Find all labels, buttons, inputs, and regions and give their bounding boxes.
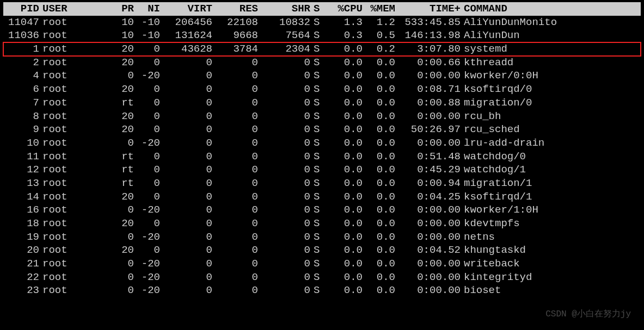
cell-s: S bbox=[310, 190, 323, 204]
cell-pr: 20 bbox=[75, 244, 134, 257]
cell-pid: 11036 bbox=[3, 29, 39, 42]
cell-user: root bbox=[39, 177, 75, 190]
cell-ni: 0 bbox=[134, 217, 160, 231]
cell-pid: 13 bbox=[3, 177, 39, 190]
cell-pr: 20 bbox=[75, 83, 134, 96]
cell-virt: 0 bbox=[160, 136, 212, 150]
process-row[interactable]: 11rootrt0000S0.00.00:51.48watchdog/0 bbox=[3, 150, 641, 164]
process-row[interactable]: 16root0-20000S0.00.00:00.00kworker/1:0H bbox=[3, 203, 641, 217]
header-res[interactable]: RES bbox=[212, 2, 258, 16]
header-user[interactable]: USER bbox=[39, 2, 75, 16]
cell-s: S bbox=[310, 136, 323, 150]
cell-cmd: migration/1 bbox=[461, 177, 641, 190]
process-row[interactable]: 21root0-20000S0.00.00:00.00writeback bbox=[3, 257, 641, 271]
cell-cpu: 0.0 bbox=[323, 96, 363, 110]
cell-s: S bbox=[310, 96, 323, 110]
process-row[interactable]: 8root200000S0.00.00:00.00rcu_bh bbox=[3, 110, 641, 123]
process-row[interactable]: 14root200000S0.00.00:04.25ksoftirqd/1 bbox=[3, 190, 641, 204]
cell-user: root bbox=[39, 190, 75, 204]
cell-res: 0 bbox=[212, 284, 258, 297]
cell-ni: 0 bbox=[134, 190, 160, 204]
cell-virt: 0 bbox=[160, 110, 212, 123]
process-row[interactable]: 11036root10-1013162496687564S0.30.5146:1… bbox=[3, 29, 641, 42]
cell-time: 0:04.25 bbox=[395, 190, 461, 204]
process-row[interactable]: 11047root10-102064562210810832S1.31.2533… bbox=[3, 16, 641, 29]
process-row[interactable]: 4root0-20000S0.00.00:00.00kworker/0:0H bbox=[3, 69, 641, 83]
process-row[interactable]: 1root2004362837842304S0.00.23:07.80syste… bbox=[3, 42, 641, 56]
cell-time: 0:00.00 bbox=[395, 203, 461, 217]
process-row[interactable]: 6root200000S0.00.00:08.71ksoftirqd/0 bbox=[3, 83, 641, 96]
header-cmd[interactable]: COMMAND bbox=[461, 2, 641, 16]
cell-cpu: 0.0 bbox=[323, 177, 363, 190]
process-row[interactable]: 19root0-20000S0.00.00:00.00netns bbox=[3, 231, 641, 244]
header-pr[interactable]: PR bbox=[75, 2, 134, 16]
cell-cpu: 0.0 bbox=[323, 217, 363, 231]
cell-ni: -10 bbox=[134, 16, 160, 29]
cell-mem: 0.0 bbox=[363, 271, 395, 284]
header-pid[interactable]: PID bbox=[3, 2, 39, 16]
cell-time: 0:00.00 bbox=[395, 284, 461, 297]
process-row[interactable]: 22root0-20000S0.00.00:00.00kintegrityd bbox=[3, 271, 641, 284]
header-ni[interactable]: NI bbox=[134, 2, 160, 16]
cell-pr: rt bbox=[75, 177, 134, 190]
process-row[interactable]: 18root200000S0.00.00:00.00kdevtmpfs bbox=[3, 217, 641, 231]
cell-res: 0 bbox=[212, 190, 258, 204]
cell-pid: 12 bbox=[3, 163, 39, 177]
cell-shr: 0 bbox=[258, 271, 310, 284]
cell-virt: 0 bbox=[160, 83, 212, 96]
cell-s: S bbox=[310, 257, 323, 271]
cell-cpu: 1.3 bbox=[323, 16, 363, 29]
header-virt[interactable]: VIRT bbox=[160, 2, 212, 16]
header-mem[interactable]: %MEM bbox=[363, 2, 395, 16]
cell-res: 0 bbox=[212, 244, 258, 257]
cell-cmd: rcu_bh bbox=[461, 110, 641, 123]
cell-pid: 9 bbox=[3, 123, 39, 136]
cell-cpu: 0.0 bbox=[323, 284, 363, 297]
cell-shr: 0 bbox=[258, 284, 310, 297]
cell-shr: 0 bbox=[258, 163, 310, 177]
process-row[interactable]: 12rootrt0000S0.00.00:45.29watchdog/1 bbox=[3, 163, 641, 177]
cell-cpu: 0.0 bbox=[323, 257, 363, 271]
process-row[interactable]: 9root200000S0.00.050:26.97rcu_sched bbox=[3, 123, 641, 136]
cell-virt: 0 bbox=[160, 244, 212, 257]
process-row[interactable]: 7rootrt0000S0.00.00:00.88migration/0 bbox=[3, 96, 641, 110]
cell-time: 0:00.00 bbox=[395, 257, 461, 271]
cell-user: root bbox=[39, 217, 75, 231]
cell-cpu: 0.0 bbox=[323, 123, 363, 136]
process-row[interactable]: 13rootrt0000S0.00.00:00.94migration/1 bbox=[3, 177, 641, 190]
cell-pr: 0 bbox=[75, 257, 134, 271]
cell-res: 3784 bbox=[212, 42, 258, 56]
cell-mem: 0.0 bbox=[363, 136, 395, 150]
header-shr[interactable]: SHR bbox=[258, 2, 310, 16]
header-s[interactable]: S bbox=[310, 2, 323, 16]
cell-cpu: 0.0 bbox=[323, 231, 363, 244]
cell-shr: 0 bbox=[258, 190, 310, 204]
cell-s: S bbox=[310, 150, 323, 164]
cell-cpu: 0.0 bbox=[323, 163, 363, 177]
header-time[interactable]: TIME+ bbox=[395, 2, 461, 16]
cell-cmd: ksoftirqd/0 bbox=[461, 83, 641, 96]
cell-pid: 2 bbox=[3, 56, 39, 70]
cell-mem: 0.0 bbox=[363, 69, 395, 83]
cell-user: root bbox=[39, 69, 75, 83]
process-row[interactable]: 20root200000S0.00.00:04.52khungtaskd bbox=[3, 244, 641, 257]
process-row[interactable]: 10root0-20000S0.00.00:00.00lru-add-drain bbox=[3, 136, 641, 150]
cell-s: S bbox=[310, 244, 323, 257]
cell-time: 0:45.29 bbox=[395, 163, 461, 177]
cell-shr: 10832 bbox=[258, 16, 310, 29]
cell-s: S bbox=[310, 16, 323, 29]
process-row[interactable]: 23root0-20000S0.00.00:00.00bioset bbox=[3, 284, 641, 297]
cell-cpu: 0.3 bbox=[323, 29, 363, 42]
cell-cpu: 0.0 bbox=[323, 110, 363, 123]
cell-shr: 0 bbox=[258, 83, 310, 96]
cell-user: root bbox=[39, 42, 75, 56]
cell-s: S bbox=[310, 42, 323, 56]
process-row[interactable]: 2root200000S0.00.00:00.66kthreadd bbox=[3, 56, 641, 70]
cell-time: 0:00.00 bbox=[395, 69, 461, 83]
cell-cmd: khungtaskd bbox=[461, 244, 641, 257]
cell-pid: 11 bbox=[3, 150, 39, 164]
cell-virt: 0 bbox=[160, 163, 212, 177]
header-cpu[interactable]: %CPU bbox=[323, 2, 363, 16]
cell-user: root bbox=[39, 96, 75, 110]
table-header-row[interactable]: PIDUSERPRNIVIRTRESSHRS%CPU%MEMTIME+COMMA… bbox=[3, 2, 641, 16]
